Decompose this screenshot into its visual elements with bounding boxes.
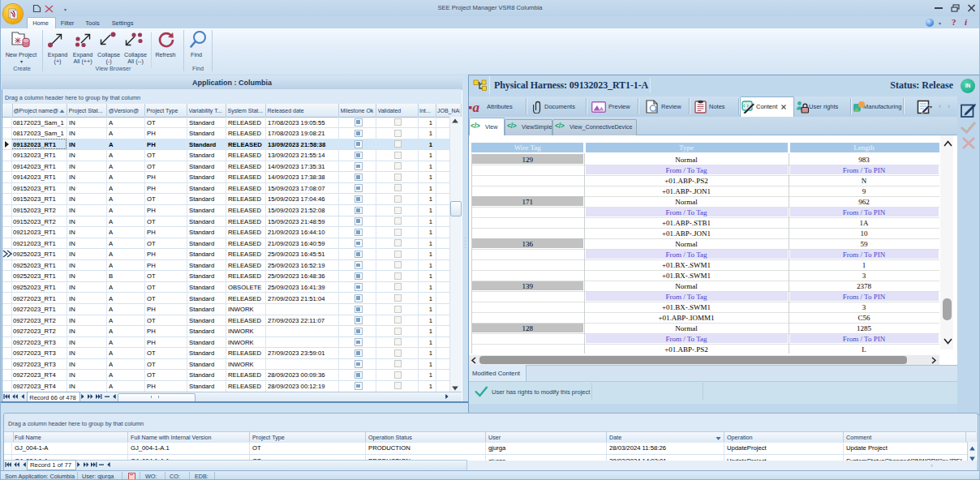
svg-text:a: a [473, 100, 480, 114]
